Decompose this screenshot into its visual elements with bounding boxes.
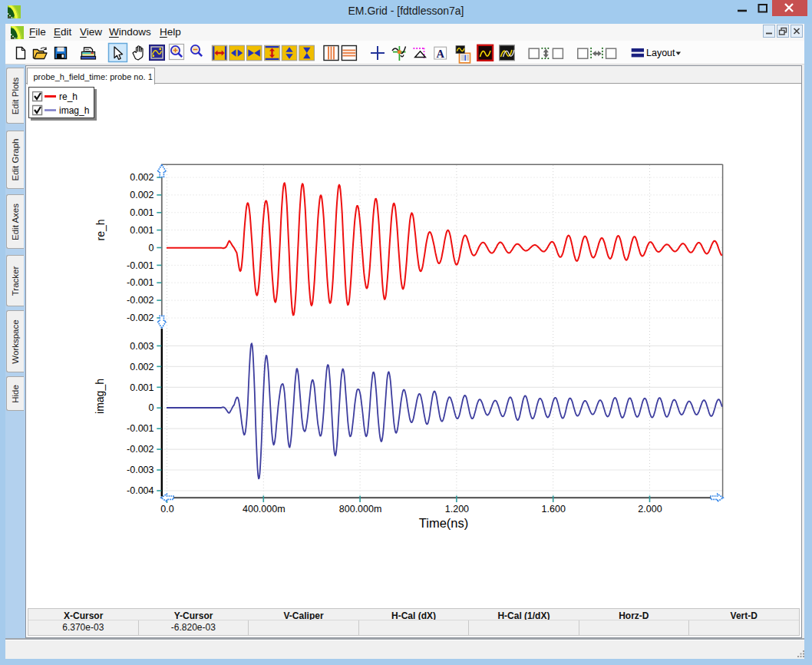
svg-text:800.000m: 800.000m — [339, 504, 382, 514]
svg-text:0: 0 — [149, 402, 154, 413]
svg-text:0.0: 0.0 — [160, 504, 173, 514]
svg-text:-0.003: -0.003 — [127, 465, 153, 475]
svg-text:-0.002: -0.002 — [127, 295, 153, 306]
svg-text:Time(ns): Time(ns) — [419, 516, 468, 530]
svg-text:0.001: 0.001 — [130, 382, 153, 393]
svg-text:-0.001: -0.001 — [127, 277, 153, 288]
svg-text:2.000: 2.000 — [638, 504, 662, 514]
svg-text:re_h: re_h — [94, 219, 107, 240]
svg-text:imag_h: imag_h — [59, 105, 89, 116]
svg-text:0.002: 0.002 — [130, 362, 153, 372]
svg-text:0: 0 — [149, 243, 154, 253]
svg-text:400.000m: 400.000m — [243, 504, 286, 514]
svg-text:0.003: 0.003 — [130, 341, 153, 352]
svg-text:imag_h: imag_h — [94, 379, 106, 414]
svg-text:-0.004: -0.004 — [127, 485, 153, 496]
svg-text:-0.002: -0.002 — [127, 444, 153, 455]
svg-text:0.001: 0.001 — [130, 225, 153, 236]
svg-text:0.002: 0.002 — [130, 190, 153, 200]
svg-text:0.002: 0.002 — [130, 172, 153, 183]
svg-text:1.200: 1.200 — [445, 504, 469, 514]
svg-text:-0.001: -0.001 — [127, 260, 153, 271]
svg-text:1.600: 1.600 — [542, 504, 566, 514]
svg-text:-0.002: -0.002 — [127, 313, 153, 323]
svg-text:0.001: 0.001 — [130, 207, 153, 218]
svg-text:re_h: re_h — [59, 91, 78, 102]
svg-text:-0.001: -0.001 — [127, 423, 153, 434]
